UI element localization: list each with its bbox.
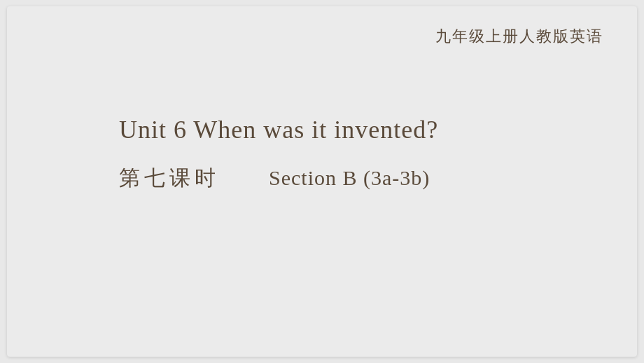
section-spacer [238,166,251,189]
section-label-chinese: 第七课时 [119,166,220,189]
section-label-english: Section B (3a-3b) [269,166,430,189]
textbook-title: 九年级上册人教版英语 [435,26,603,47]
slide: 九年级上册人教版英语 Unit 6 When was it invented? … [7,6,637,357]
main-content: Unit 6 When was it invented? 第七课时 Sectio… [119,115,438,193]
section-title: 第七课时 Section B (3a-3b) [119,164,438,193]
unit-title: Unit 6 When was it invented? [119,115,438,144]
